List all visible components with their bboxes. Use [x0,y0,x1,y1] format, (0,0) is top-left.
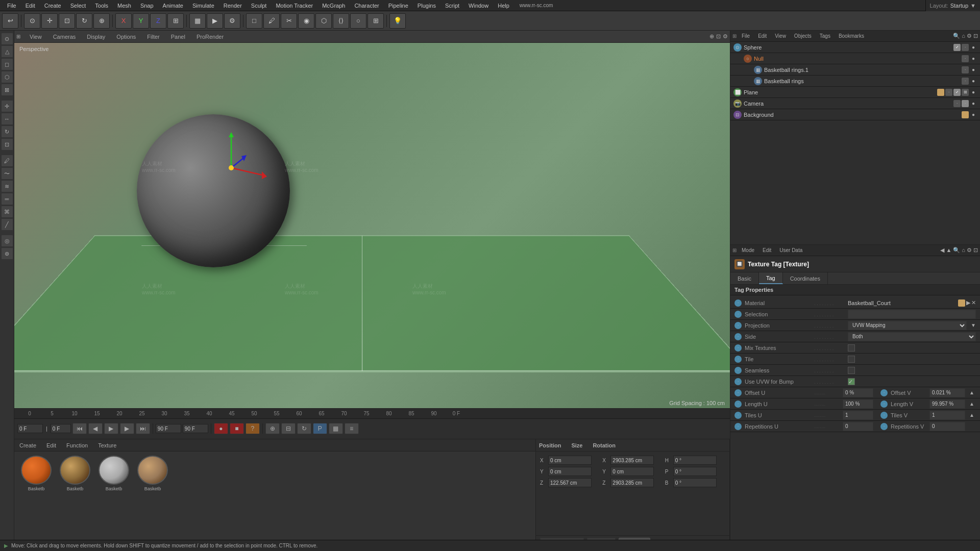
viewport-lock-icon[interactable]: ⊕ [709,33,714,40]
render-settings[interactable]: ⚙ [224,13,240,29]
scale-btn[interactable]: ⊡ [1,138,13,151]
objects-edit-btn[interactable]: Edit [755,33,770,39]
background-vis[interactable]: ● [970,111,977,118]
prop-tiles-v-input[interactable] [929,411,965,420]
render-active[interactable]: ▶ [207,13,223,29]
keyframe-prev-btn[interactable]: ↻ [297,423,311,434]
menu-simulate[interactable]: Simulate [188,2,218,10]
material-arrow-icon[interactable]: ▶ [966,299,970,307]
rings-tag-1[interactable]: · [962,78,969,85]
knife-tool[interactable]: ✂ [281,13,297,29]
tag-subtab-basic[interactable]: Basic [730,272,759,284]
play-btn[interactable]: ▶ [104,423,118,434]
camera-tag-1[interactable]: · [953,100,961,107]
polygon-tool[interactable]: ⬡ [315,13,332,29]
poly-mode-btn[interactable]: ⬡ [1,71,13,83]
menu-sculpt[interactable]: Sculpt [247,2,271,10]
null-vis[interactable]: ● [970,55,977,62]
record-btn[interactable]: ● [214,423,228,434]
menu-plugins[interactable]: Plugins [413,2,440,10]
loop-select[interactable]: ◉ [298,13,314,29]
auto-key-btn[interactable]: ? [246,423,260,434]
menu-select[interactable]: Select [66,2,90,10]
all-axes[interactable]: ⊞ [167,13,184,29]
move-tool[interactable]: ✛ [41,13,58,29]
tag-expand-icon[interactable]: ⊡ [973,247,978,254]
menu-file[interactable]: File [3,2,20,10]
tag-subtab-coordinates[interactable]: Coordinates [783,272,828,284]
plane-tag-3[interactable]: ✓ [953,89,961,96]
pos-x-input[interactable] [548,456,592,465]
objects-settings-icon[interactable]: ⚙ [967,33,972,39]
timeline-settings-btn[interactable]: ≡ [345,423,359,434]
layout-selector[interactable]: Layout: Startup ▼ [925,0,980,11]
obj-camera[interactable]: 📷 Camera · · ● [730,98,980,109]
viewport-tab-filter[interactable]: Filter [143,33,163,41]
current-frame-input[interactable] [17,424,43,433]
sphere-tag-1[interactable]: ✓ [953,44,961,51]
tag-home-icon[interactable]: ⌂ [962,247,965,254]
plane-vis[interactable]: ● [970,89,977,96]
light-tool[interactable]: 💡 [389,13,406,29]
menu-script[interactable]: Script [441,2,463,10]
tag-subtab-tag[interactable]: Tag [759,272,783,284]
spline-tool[interactable]: ⟨⟩ [333,13,349,29]
objects-expand-icon[interactable]: ⊡ [973,33,978,39]
mat-tab-texture[interactable]: Texture [93,439,121,451]
undo-button[interactable]: ↩ [2,13,18,29]
smooth-btn[interactable]: ≋ [1,180,13,192]
viewport-maximize-icon[interactable]: ⊡ [716,33,721,40]
objects-file-btn[interactable]: File [739,33,753,39]
pos-y-input[interactable] [548,467,592,476]
tag-prev-icon[interactable]: ◀ [940,247,944,254]
keyframe-add-btn[interactable]: ⊕ [265,423,280,434]
objects-home-icon[interactable]: ⌂ [962,33,965,39]
menu-edit[interactable]: Edit [21,2,39,10]
camera-vis[interactable]: ● [970,100,977,107]
null-tag-1[interactable]: · [962,55,969,62]
size-y-input[interactable] [610,467,654,476]
max-frame-input[interactable] [183,424,208,433]
length-v-stepper[interactable]: ▲ [969,401,974,407]
mat-tab-edit[interactable]: Edit [41,439,61,451]
prop-projection-select[interactable]: UVW Mapping Flat Cubic Spherical [848,321,967,330]
menu-mesh[interactable]: Mesh [113,2,135,10]
transform-btn[interactable]: ✛ [1,100,13,112]
tag-search-icon[interactable]: 🔍 [953,247,960,254]
main-viewport[interactable]: Perspective [14,43,730,408]
smear-btn[interactable]: 〜 [1,167,13,180]
plane-tag-4[interactable]: ⊠ [962,89,969,96]
tag-edit-btn[interactable]: Edit [760,247,774,254]
menu-pipeline[interactable]: Pipeline [384,2,412,10]
object-mode-btn[interactable]: ⊙ [1,33,13,45]
viewport-tab-display[interactable]: Display [83,33,109,41]
warp-btn[interactable]: ⌘ [1,206,13,218]
objects-objects-btn[interactable]: Objects [791,33,815,39]
select-tool[interactable]: ⊙ [24,13,40,29]
prop-length-u-input[interactable] [843,399,873,409]
tag-mode-btn[interactable]: Mode [739,247,757,254]
move-btn[interactable]: ↔ [1,113,13,125]
obj-plane[interactable]: ⬜ Plane · ✓ ⊠ ● [730,87,980,98]
prop-side-select[interactable]: Both Front Back [848,332,976,341]
tag-settings-icon[interactable]: ⚙ [967,247,972,254]
material-swatch[interactable] [958,299,965,307]
offset-v-stepper[interactable]: ▲ [969,390,974,395]
scale-tool[interactable]: ⊡ [59,13,75,29]
knife-btn[interactable]: ╱ [1,218,13,231]
cube-front[interactable]: □ [246,13,262,29]
obj-background[interactable]: ⊟ Background ● [730,109,980,120]
objects-search-icon[interactable]: 🔍 [953,33,960,39]
render-region[interactable]: ▦ [189,13,206,29]
rings1-tag-1[interactable]: · [962,66,969,73]
bg-texture-tag[interactable] [962,111,969,118]
prop-selection-input[interactable] [848,310,976,319]
prop-tile-checkbox[interactable] [848,356,855,363]
menu-window[interactable]: Window [464,2,493,10]
keyframe-remove-btn[interactable]: ⊟ [281,423,296,434]
prop-offset-v-input[interactable] [929,388,965,397]
pos-z-input[interactable] [548,478,592,487]
viewport-config-icon[interactable]: ⚙ [723,33,728,40]
circle-tool[interactable]: ○ [350,13,366,29]
plane-tag-2[interactable]: · [945,89,952,96]
